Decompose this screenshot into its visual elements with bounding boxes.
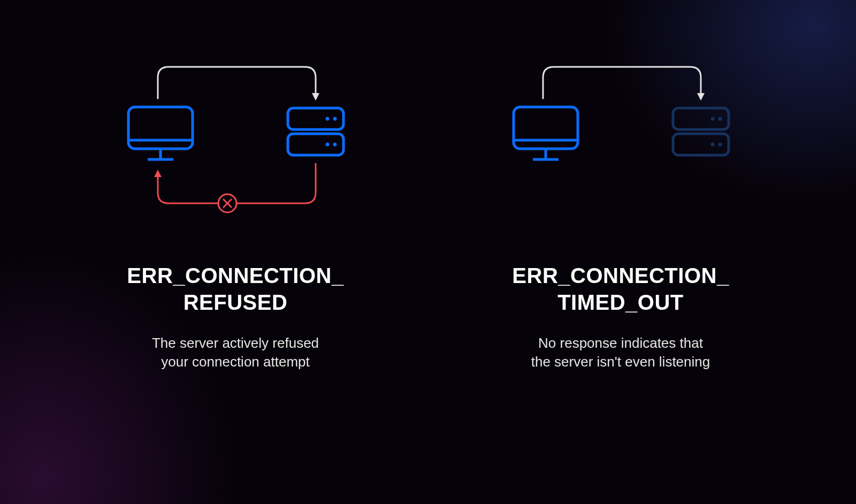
desc-refused: The server actively refused your connect… xyxy=(152,334,319,371)
arrow-request xyxy=(543,67,705,101)
desc-timedout: No response indicates that the server is… xyxy=(531,334,710,371)
svg-marker-13 xyxy=(697,93,705,101)
server-icon xyxy=(288,108,343,155)
svg-point-9 xyxy=(326,143,330,147)
client-monitor-icon xyxy=(514,107,578,159)
diagram-refused xyxy=(107,48,364,230)
svg-point-20 xyxy=(719,117,722,121)
client-monitor-icon xyxy=(128,107,193,159)
title-timedout: ERR_CONNECTION_ TIMED_OUT xyxy=(512,262,729,316)
svg-point-19 xyxy=(711,117,715,121)
svg-rect-1 xyxy=(128,107,193,149)
svg-point-23 xyxy=(719,143,722,147)
diagram-timedout xyxy=(492,48,749,230)
panel-refused: ERR_CONNECTION_ REFUSED The server activ… xyxy=(64,48,407,371)
server-dim-icon xyxy=(673,108,729,155)
svg-marker-11 xyxy=(154,170,162,177)
svg-point-10 xyxy=(333,143,337,147)
arrow-request xyxy=(158,67,319,101)
svg-point-6 xyxy=(326,117,330,121)
svg-rect-14 xyxy=(514,107,578,149)
panel-timedout: ERR_CONNECTION_ TIMED_OUT No response in… xyxy=(449,48,792,371)
diagram-container: ERR_CONNECTION_ REFUSED The server activ… xyxy=(0,0,856,504)
svg-point-22 xyxy=(711,143,715,147)
svg-marker-0 xyxy=(312,93,319,101)
svg-point-7 xyxy=(333,117,337,121)
title-refused: ERR_CONNECTION_ REFUSED xyxy=(127,262,343,316)
refused-x-icon xyxy=(218,194,236,212)
